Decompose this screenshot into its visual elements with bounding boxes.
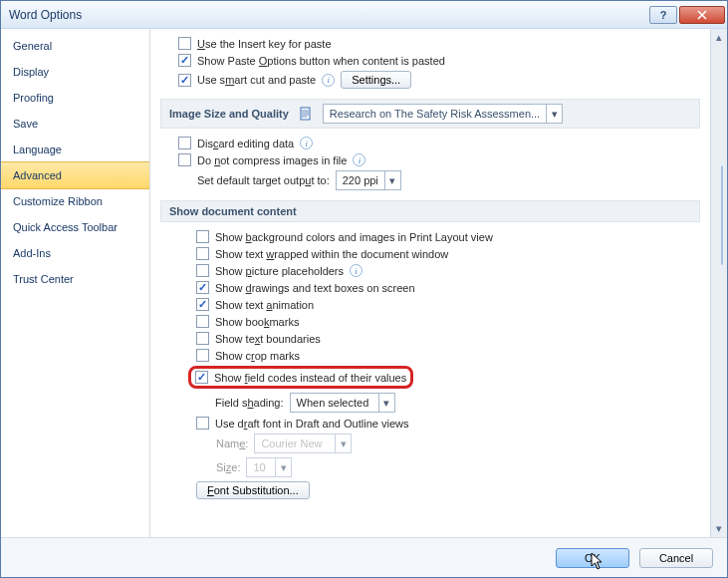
opt-smart-cut-paste[interactable]: Use smart cut and paste i Settings... [160,69,700,91]
opt-field-shading: Field shading: When selected ▾ [160,391,700,415]
checkbox-icon[interactable] [196,332,209,345]
checkbox-icon[interactable] [196,349,209,362]
option-label: Name: [216,437,248,449]
info-icon[interactable]: i [353,153,365,166]
checkbox-icon[interactable] [196,247,209,260]
opt-text-animation[interactable]: Show text animation [160,296,700,313]
opt-bookmarks[interactable]: Show bookmarks [160,313,700,330]
category-sidebar: General Display Proofing Save Language A… [1,29,150,537]
chevron-down-icon[interactable]: ▾ [384,171,400,189]
word-options-dialog: Word Options ? General Display Proofing … [0,0,728,578]
field-shading-combo[interactable]: When selected ▾ [290,393,395,413]
combo-value: Research on The Safety Risk Assessmen... [324,106,546,122]
document-icon [299,107,313,121]
opt-draft-font[interactable]: Use draft font in Draft and Outline view… [160,415,700,432]
scroll-down-icon[interactable]: ▾ [711,520,727,537]
window-buttons: ? [647,6,725,24]
checkbox-icon[interactable] [196,315,209,328]
opt-field-codes-row: Show field codes instead of their values [160,364,700,391]
checkbox-icon[interactable] [196,281,209,294]
sidebar-item-proofing[interactable]: Proofing [1,85,149,111]
opt-show-paste-options[interactable]: Show Paste Options button when content i… [160,52,700,69]
scroll-up-icon[interactable]: ▴ [711,29,727,46]
font-name-combo: Courier New ▾ [254,434,352,453]
option-label: Do not compress images in file [197,154,347,166]
checkbox-field-codes[interactable] [195,371,208,384]
checkbox-icon[interactable] [178,37,191,50]
titlebar: Word Options ? [1,1,727,29]
vertical-scrollbar[interactable]: ▴ ▾ [710,29,727,537]
sidebar-item-advanced[interactable]: Advanced [1,161,149,189]
opt-picture-placeholders[interactable]: Show picture placeholders i [160,262,700,279]
checkbox-icon[interactable] [178,137,191,149]
highlight-box: Show field codes instead of their values [188,366,413,389]
info-icon[interactable]: i [350,264,363,277]
checkbox-icon[interactable] [178,54,191,67]
opt-draft-font-size: Size: 10 ▾ [160,455,700,479]
option-label: Set default target output to: [197,174,330,186]
sidebar-item-addins[interactable]: Add-Ins [1,240,149,266]
option-label: Show drawings and text boxes on screen [215,282,415,294]
option-label: Show bookmarks [215,316,299,328]
opt-draft-font-name: Name: Courier New ▾ [160,432,700,455]
opt-text-wrapped[interactable]: Show text wrapped within the document wi… [160,245,700,262]
cancel-button[interactable]: Cancel [639,548,713,568]
combo-value: Courier New [255,435,335,451]
main-pane: Use the Insert key for paste Show Paste … [150,29,727,537]
option-label: Discard editing data [197,138,294,149]
info-icon[interactable]: i [322,74,335,87]
checkbox-icon[interactable] [196,230,209,243]
opt-default-target-output: Set default target output to: 220 ppi ▾ [160,168,700,192]
sidebar-item-display[interactable]: Display [1,59,149,85]
dialog-footer: OK Cancel [1,537,727,577]
checkbox-icon[interactable] [178,74,191,87]
option-label: Show text wrapped within the document wi… [215,248,448,260]
sidebar-item-quick-access[interactable]: Quick Access Toolbar [1,214,149,240]
help-button[interactable]: ? [649,6,677,24]
settings-button[interactable]: Settings... [341,71,411,89]
sidebar-item-language[interactable]: Language [1,137,149,162]
option-label: Show text boundaries [215,333,321,345]
image-target-document-combo[interactable]: Research on The Safety Risk Assessmen...… [323,104,563,124]
sidebar-item-trust-center[interactable]: Trust Center [1,266,149,292]
font-size-combo: 10 ▾ [246,457,292,477]
opt-crop-marks[interactable]: Show crop marks [160,347,700,364]
checkbox-icon[interactable] [178,153,191,166]
option-label: Use draft font in Draft and Outline view… [215,418,408,430]
font-substitution-button[interactable]: Font Substitution... [196,481,310,499]
svg-rect-0 [301,108,310,120]
option-label: Use the Insert key for paste [197,38,332,50]
opt-discard-editing-data[interactable]: Discard editing data i [160,135,700,151]
sidebar-item-customize-ribbon[interactable]: Customize Ribbon [1,188,149,214]
opt-text-boundaries[interactable]: Show text boundaries [160,330,700,347]
opt-font-substitution: Font Substitution... [160,479,700,501]
option-label: Show background colors and images in Pri… [215,231,493,243]
option-label: Show crop marks [215,350,300,362]
opt-use-insert-key[interactable]: Use the Insert key for paste [160,35,700,52]
chevron-down-icon: ▾ [335,434,351,452]
dialog-body: General Display Proofing Save Language A… [1,29,727,537]
opt-bg-colors[interactable]: Show background colors and images in Pri… [160,228,700,245]
target-output-combo[interactable]: 220 ppi ▾ [336,170,401,190]
ok-button[interactable]: OK [556,548,629,568]
option-label: Use smart cut and paste [197,74,316,86]
section-title: Image Size and Quality [169,108,289,120]
checkbox-icon[interactable] [196,417,209,430]
opt-no-compress-images[interactable]: Do not compress images in file i [160,151,700,168]
checkbox-icon[interactable] [196,298,209,311]
chevron-down-icon[interactable]: ▾ [546,105,562,123]
opt-drawings[interactable]: Show drawings and text boxes on screen [160,279,700,296]
options-scroll-pane: Use the Insert key for paste Show Paste … [150,29,710,537]
option-label: Show text animation [215,299,314,311]
option-label: Size: [216,461,240,473]
info-icon[interactable]: i [300,137,313,149]
close-button[interactable] [679,6,725,24]
chevron-down-icon[interactable]: ▾ [378,394,394,412]
chevron-down-icon: ▾ [275,458,291,476]
option-label: Show field codes instead of their values [214,372,406,384]
sidebar-item-general[interactable]: General [1,33,149,59]
section-title: Show document content [169,205,297,217]
checkbox-icon[interactable] [196,264,209,277]
sidebar-item-save[interactable]: Save [1,111,149,137]
scroll-thumb[interactable] [721,165,723,265]
